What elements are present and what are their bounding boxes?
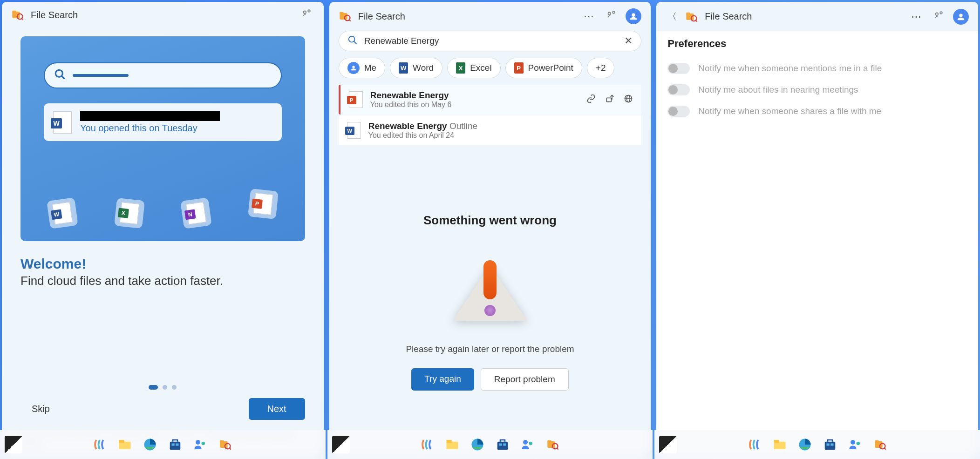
search-box[interactable]: ✕ <box>339 31 642 51</box>
skip-button[interactable]: Skip <box>20 398 61 420</box>
taskbar-people-icon[interactable] <box>191 435 210 454</box>
taskbar-people-icon[interactable] <box>518 435 538 454</box>
search-result[interactable]: W Renewable Energy Outline You edited th… <box>339 115 642 145</box>
hero-card-subtitle: You opened this on Tuesday <box>80 123 220 134</box>
toggle-mention[interactable] <box>667 63 690 74</box>
taskbar-filesearch-icon[interactable] <box>543 435 563 454</box>
taskbar-copilot-icon[interactable] <box>90 435 109 454</box>
dot-3[interactable] <box>172 385 177 390</box>
svg-line-19 <box>229 448 231 450</box>
preferences-title: Preferences <box>667 38 967 50</box>
svg-point-42 <box>529 442 533 446</box>
word-icon: W <box>347 122 361 139</box>
taskbar-store-icon[interactable] <box>165 435 185 454</box>
globe-icon[interactable] <box>624 94 633 106</box>
filter-more[interactable]: +2 <box>587 58 615 78</box>
welcome-title: Welcome! <box>20 256 305 272</box>
svg-point-26 <box>632 14 635 17</box>
file-icons-illustration: W X N P <box>48 190 277 236</box>
taskbar-explorer-icon[interactable] <box>770 435 789 454</box>
search-input[interactable] <box>364 36 618 46</box>
taskbar <box>0 430 326 459</box>
dot-2[interactable] <box>163 385 167 390</box>
taskbar <box>327 430 653 459</box>
svg-rect-1 <box>12 11 16 13</box>
svg-point-5 <box>308 10 310 12</box>
welcome-subtitle: Find cloud files and take action faster. <box>20 274 305 288</box>
taskbar-store-icon[interactable] <box>820 435 840 454</box>
svg-rect-48 <box>687 12 690 14</box>
more-icon[interactable]: ⋯ <box>581 10 597 22</box>
taskbar-store-icon[interactable] <box>493 435 512 454</box>
svg-point-60 <box>851 440 855 445</box>
svg-line-23 <box>349 20 351 21</box>
header: 〈 File Search ⋯ <box>656 2 978 31</box>
taskbar-filesearch-icon[interactable] <box>216 435 235 454</box>
filter-word[interactable]: WWord <box>390 58 442 78</box>
taskbar-filesearch-icon[interactable] <box>871 435 890 454</box>
svg-point-41 <box>523 440 528 445</box>
svg-line-28 <box>354 41 356 44</box>
share-header-icon[interactable] <box>931 10 946 23</box>
filter-excel[interactable]: XExcel <box>447 58 500 78</box>
hero-card: W You opened this on Tuesday <box>44 103 282 141</box>
app-icon <box>11 8 24 21</box>
svg-point-27 <box>348 36 354 42</box>
back-icon[interactable]: 〈 <box>666 8 679 25</box>
taskbar-edge-icon[interactable] <box>468 435 487 454</box>
svg-point-6 <box>55 70 62 77</box>
next-button[interactable]: Next <box>249 398 305 420</box>
error-title: Something went wrong <box>423 213 557 228</box>
page-dots <box>2 385 324 390</box>
error-section: Something went wrong Please try again la… <box>329 146 651 457</box>
search-result[interactable]: P Renewable Energy You edited this on Ma… <box>339 85 642 115</box>
pref-mention: Notify me when someone mentions me in a … <box>667 63 967 74</box>
taskbar-edge-icon[interactable] <box>140 435 160 454</box>
svg-rect-44 <box>547 440 551 443</box>
taskbar-widgets[interactable] <box>332 436 350 453</box>
hero-search-illustration <box>44 62 282 88</box>
svg-point-15 <box>202 442 205 446</box>
svg-line-7 <box>61 76 65 79</box>
try-again-button[interactable]: Try again <box>411 368 474 391</box>
avatar-icon[interactable] <box>626 8 641 24</box>
pref-share: Notify me when someone shares a file wit… <box>667 106 967 117</box>
app-title: File Search <box>705 11 752 22</box>
svg-point-24 <box>608 13 611 15</box>
share-icon[interactable] <box>605 94 614 106</box>
svg-line-3 <box>21 18 23 20</box>
svg-point-29 <box>352 66 354 68</box>
svg-rect-13 <box>176 444 179 446</box>
filter-powerpoint[interactable]: PPowerPoint <box>505 58 582 78</box>
dot-1[interactable] <box>149 385 158 390</box>
svg-point-4 <box>303 11 306 14</box>
taskbar-explorer-icon[interactable] <box>115 435 135 454</box>
svg-rect-12 <box>172 444 175 446</box>
taskbar-edge-icon[interactable] <box>795 435 815 454</box>
taskbar-explorer-icon[interactable] <box>442 435 462 454</box>
share-header-icon[interactable] <box>299 8 314 21</box>
welcome-hero: W You opened this on Tuesday W X N P <box>20 36 305 241</box>
report-problem-button[interactable]: Report problem <box>481 368 569 391</box>
share-header-icon[interactable] <box>603 10 619 23</box>
toggle-share[interactable] <box>667 106 690 117</box>
svg-rect-17 <box>220 440 224 443</box>
svg-rect-36 <box>447 440 452 443</box>
taskbar-people-icon[interactable] <box>845 435 865 454</box>
powerpoint-icon: P <box>349 91 363 108</box>
svg-line-46 <box>557 448 558 450</box>
more-icon[interactable]: ⋯ <box>908 11 924 23</box>
avatar-icon[interactable] <box>953 9 969 25</box>
taskbar-widgets[interactable] <box>5 436 22 453</box>
filter-me[interactable]: Me <box>339 58 385 78</box>
clear-icon[interactable]: ✕ <box>624 35 633 47</box>
taskbar-copilot-icon[interactable] <box>417 435 437 454</box>
taskbar-widgets[interactable] <box>659 436 677 453</box>
pref-meetings: Notify me about files in nearing meeting… <box>667 84 967 95</box>
svg-point-51 <box>936 13 939 15</box>
link-icon[interactable] <box>586 94 596 106</box>
toggle-meetings[interactable] <box>667 84 690 95</box>
svg-rect-38 <box>497 442 508 450</box>
taskbar-copilot-icon[interactable] <box>745 435 764 454</box>
svg-rect-55 <box>774 440 779 443</box>
